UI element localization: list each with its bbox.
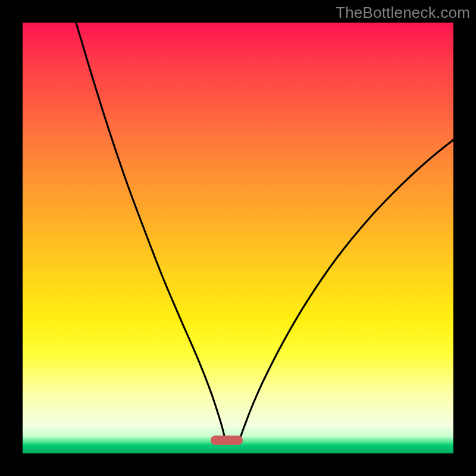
optimal-region-marker [211,436,243,445]
watermark-text: TheBottleneck.com [336,4,470,22]
curve-svg [23,23,453,453]
right-bottleneck-curve [240,140,453,439]
bottleneck-chart [23,23,453,453]
left-bottleneck-curve [76,23,226,439]
